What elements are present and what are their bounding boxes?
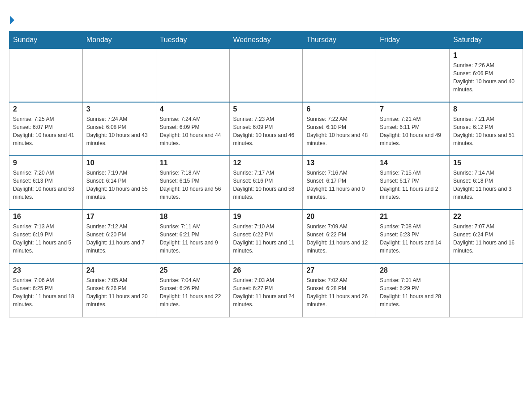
- calendar-cell: 11Sunrise: 7:18 AMSunset: 6:15 PMDayligh…: [156, 156, 229, 210]
- calendar-cell: [376, 48, 450, 102]
- calendar-header: SundayMondayTuesdayWednesdayThursdayFrid…: [9, 31, 523, 48]
- day-number: 6: [306, 105, 372, 113]
- page-header: [9, 9, 523, 26]
- week-row-1: 1Sunrise: 7:26 AMSunset: 6:06 PMDaylight…: [9, 48, 523, 102]
- day-info: Sunrise: 7:05 AMSunset: 6:26 PMDaylight:…: [86, 276, 152, 308]
- day-number: 18: [160, 213, 226, 221]
- day-info: Sunrise: 7:20 AMSunset: 6:13 PMDaylight:…: [13, 169, 79, 201]
- day-number: 19: [233, 213, 299, 221]
- day-number: 15: [453, 159, 519, 167]
- calendar-cell: 21Sunrise: 7:08 AMSunset: 6:23 PMDayligh…: [376, 210, 450, 263]
- calendar-cell: 9Sunrise: 7:20 AMSunset: 6:13 PMDaylight…: [9, 156, 83, 210]
- day-info: Sunrise: 7:11 AMSunset: 6:21 PMDaylight:…: [160, 223, 226, 255]
- day-info: Sunrise: 7:15 AMSunset: 6:17 PMDaylight:…: [380, 169, 446, 201]
- calendar-cell: 4Sunrise: 7:24 AMSunset: 6:09 PMDaylight…: [156, 102, 229, 156]
- day-number: 9: [13, 159, 79, 167]
- day-number: 21: [380, 213, 446, 221]
- day-number: 2: [13, 105, 79, 113]
- day-info: Sunrise: 7:23 AMSunset: 6:09 PMDaylight:…: [233, 115, 299, 147]
- calendar-cell: [450, 263, 523, 317]
- calendar-cell: 19Sunrise: 7:10 AMSunset: 6:22 PMDayligh…: [229, 210, 303, 263]
- calendar-cell: 5Sunrise: 7:23 AMSunset: 6:09 PMDaylight…: [229, 102, 303, 156]
- day-info: Sunrise: 7:21 AMSunset: 6:11 PMDaylight:…: [380, 115, 446, 147]
- calendar-cell: 17Sunrise: 7:12 AMSunset: 6:20 PMDayligh…: [82, 210, 156, 263]
- day-info: Sunrise: 7:04 AMSunset: 6:26 PMDaylight:…: [160, 276, 226, 308]
- day-header-friday: Friday: [376, 31, 450, 48]
- day-info: Sunrise: 7:10 AMSunset: 6:22 PMDaylight:…: [233, 223, 299, 255]
- calendar-cell: 8Sunrise: 7:21 AMSunset: 6:12 PMDaylight…: [450, 102, 523, 156]
- day-info: Sunrise: 7:18 AMSunset: 6:15 PMDaylight:…: [160, 169, 226, 201]
- calendar-cell: 22Sunrise: 7:07 AMSunset: 6:24 PMDayligh…: [450, 210, 523, 263]
- day-number: 17: [86, 213, 152, 221]
- calendar-cell: [156, 48, 229, 102]
- week-row-2: 2Sunrise: 7:25 AMSunset: 6:07 PMDaylight…: [9, 102, 523, 156]
- day-header-saturday: Saturday: [450, 31, 523, 48]
- day-number: 7: [380, 105, 446, 113]
- day-info: Sunrise: 7:08 AMSunset: 6:23 PMDaylight:…: [380, 223, 446, 255]
- day-number: 5: [233, 105, 299, 113]
- day-number: 25: [160, 266, 226, 274]
- calendar-cell: 23Sunrise: 7:06 AMSunset: 6:25 PMDayligh…: [9, 263, 83, 317]
- day-number: 28: [380, 266, 446, 274]
- day-info: Sunrise: 7:12 AMSunset: 6:20 PMDaylight:…: [86, 223, 152, 255]
- calendar-cell: [303, 48, 376, 102]
- day-header-sunday: Sunday: [9, 31, 83, 48]
- day-number: 4: [160, 105, 226, 113]
- calendar-cell: 10Sunrise: 7:19 AMSunset: 6:14 PMDayligh…: [82, 156, 156, 210]
- logo-arrow-icon: [10, 16, 14, 25]
- day-number: 3: [86, 105, 152, 113]
- week-row-5: 23Sunrise: 7:06 AMSunset: 6:25 PMDayligh…: [9, 263, 523, 317]
- calendar-cell: 25Sunrise: 7:04 AMSunset: 6:26 PMDayligh…: [156, 263, 229, 317]
- calendar-cell: 28Sunrise: 7:01 AMSunset: 6:29 PMDayligh…: [376, 263, 450, 317]
- day-number: 23: [13, 266, 79, 274]
- day-info: Sunrise: 7:26 AMSunset: 6:06 PMDaylight:…: [453, 61, 519, 94]
- day-info: Sunrise: 7:02 AMSunset: 6:28 PMDaylight:…: [306, 276, 372, 308]
- calendar-cell: [9, 48, 83, 102]
- day-number: 12: [233, 159, 299, 167]
- calendar-cell: 12Sunrise: 7:17 AMSunset: 6:16 PMDayligh…: [229, 156, 303, 210]
- day-info: Sunrise: 7:07 AMSunset: 6:24 PMDaylight:…: [453, 223, 519, 255]
- day-header-thursday: Thursday: [303, 31, 376, 48]
- day-number: 24: [86, 266, 152, 274]
- day-header-monday: Monday: [82, 31, 156, 48]
- week-row-4: 16Sunrise: 7:13 AMSunset: 6:19 PMDayligh…: [9, 210, 523, 263]
- calendar-cell: 1Sunrise: 7:26 AMSunset: 6:06 PMDaylight…: [450, 48, 523, 102]
- logo: [9, 9, 14, 26]
- calendar-table: SundayMondayTuesdayWednesdayThursdayFrid…: [9, 31, 523, 317]
- calendar-cell: 6Sunrise: 7:22 AMSunset: 6:10 PMDaylight…: [303, 102, 376, 156]
- day-info: Sunrise: 7:24 AMSunset: 6:08 PMDaylight:…: [86, 115, 152, 147]
- day-number: 22: [453, 213, 519, 221]
- calendar-cell: 18Sunrise: 7:11 AMSunset: 6:21 PMDayligh…: [156, 210, 229, 263]
- calendar-cell: 14Sunrise: 7:15 AMSunset: 6:17 PMDayligh…: [376, 156, 450, 210]
- calendar-cell: 15Sunrise: 7:14 AMSunset: 6:18 PMDayligh…: [450, 156, 523, 210]
- day-info: Sunrise: 7:17 AMSunset: 6:16 PMDaylight:…: [233, 169, 299, 201]
- day-info: Sunrise: 7:24 AMSunset: 6:09 PMDaylight:…: [160, 115, 226, 147]
- day-info: Sunrise: 7:19 AMSunset: 6:14 PMDaylight:…: [86, 169, 152, 201]
- day-info: Sunrise: 7:01 AMSunset: 6:29 PMDaylight:…: [380, 276, 446, 308]
- calendar-cell: [82, 48, 156, 102]
- calendar-cell: 26Sunrise: 7:03 AMSunset: 6:27 PMDayligh…: [229, 263, 303, 317]
- day-info: Sunrise: 7:14 AMSunset: 6:18 PMDaylight:…: [453, 169, 519, 201]
- day-number: 20: [306, 213, 372, 221]
- day-info: Sunrise: 7:22 AMSunset: 6:10 PMDaylight:…: [306, 115, 372, 147]
- calendar-cell: 2Sunrise: 7:25 AMSunset: 6:07 PMDaylight…: [9, 102, 83, 156]
- day-info: Sunrise: 7:03 AMSunset: 6:27 PMDaylight:…: [233, 276, 299, 308]
- calendar-body: 1Sunrise: 7:26 AMSunset: 6:06 PMDaylight…: [9, 48, 523, 317]
- day-info: Sunrise: 7:25 AMSunset: 6:07 PMDaylight:…: [13, 115, 79, 147]
- day-number: 13: [306, 159, 372, 167]
- day-header-wednesday: Wednesday: [229, 31, 303, 48]
- day-info: Sunrise: 7:16 AMSunset: 6:17 PMDaylight:…: [306, 169, 372, 201]
- day-number: 1: [453, 51, 519, 60]
- calendar-cell: 7Sunrise: 7:21 AMSunset: 6:11 PMDaylight…: [376, 102, 450, 156]
- calendar-cell: 24Sunrise: 7:05 AMSunset: 6:26 PMDayligh…: [82, 263, 156, 317]
- day-number: 10: [86, 159, 152, 167]
- calendar-cell: 16Sunrise: 7:13 AMSunset: 6:19 PMDayligh…: [9, 210, 83, 263]
- day-number: 26: [233, 266, 299, 274]
- day-number: 16: [13, 213, 79, 221]
- day-header-tuesday: Tuesday: [156, 31, 229, 48]
- days-of-week-row: SundayMondayTuesdayWednesdayThursdayFrid…: [9, 31, 523, 48]
- day-number: 27: [306, 266, 372, 274]
- calendar-cell: 3Sunrise: 7:24 AMSunset: 6:08 PMDaylight…: [82, 102, 156, 156]
- day-number: 14: [380, 159, 446, 167]
- day-number: 8: [453, 105, 519, 113]
